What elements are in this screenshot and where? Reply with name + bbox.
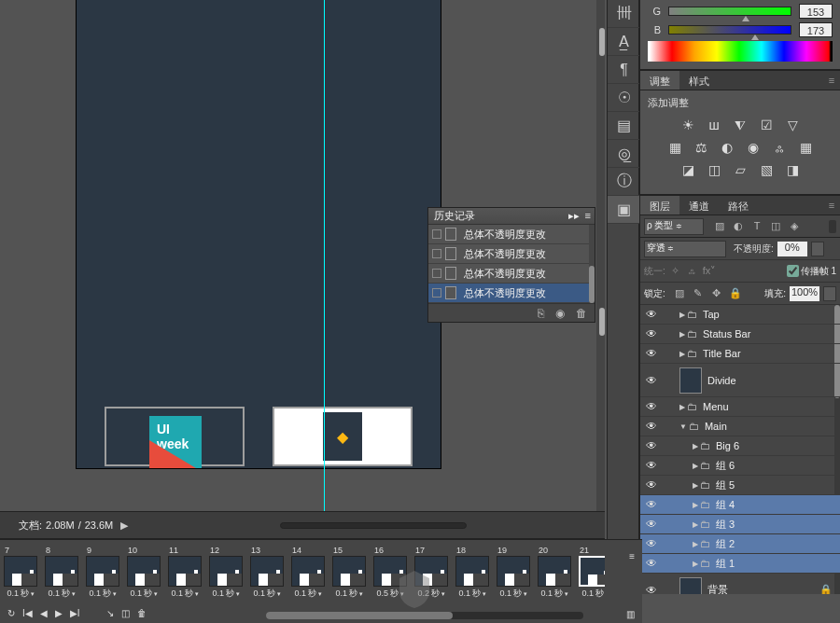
propagate-checkbox[interactable] xyxy=(787,265,799,277)
tween-icon[interactable]: ↘ xyxy=(106,608,114,618)
loop-icon[interactable]: ↻ xyxy=(7,608,15,618)
frame-cell[interactable]: 10 0.1 秒▾ xyxy=(125,547,162,600)
layer-row[interactable]: 👁 Divide xyxy=(640,364,840,397)
visibility-icon[interactable]: 👁 xyxy=(646,374,657,387)
disclosure-icon[interactable]: ▶ xyxy=(693,481,698,490)
frame-duration[interactable]: 0.1 秒▾ xyxy=(7,588,34,600)
visibility-icon[interactable]: 👁 xyxy=(646,420,657,433)
vtool-paragraph-icon[interactable]: ¶ xyxy=(608,56,640,84)
history-item[interactable]: 总体不透明度更改 xyxy=(428,284,595,303)
layer-row[interactable]: 👁 ▶ 🗀组 1 xyxy=(640,554,840,574)
blend-mode-select[interactable]: 穿透 ≑ xyxy=(644,241,726,257)
visibility-icon[interactable]: 👁 xyxy=(646,498,657,511)
vtool-notes-icon[interactable]: ▤ xyxy=(608,112,640,140)
timeline-menu-icon[interactable]: ≡ xyxy=(629,551,635,561)
visibility-icon[interactable]: 👁 xyxy=(646,400,657,413)
g-slider[interactable] xyxy=(668,7,791,16)
first-frame-icon[interactable]: I◀ xyxy=(22,608,33,618)
layer-row[interactable]: 👁 ▶ 🗀Big 6 xyxy=(640,436,840,456)
vtool-info-icon[interactable]: ⓘ xyxy=(608,168,640,196)
frame-cell[interactable]: 18 0.1 秒▾ xyxy=(454,547,491,600)
frame-duration[interactable]: 0.1 秒▾ xyxy=(294,588,321,600)
frame-duration[interactable]: 0.1 秒▾ xyxy=(335,588,362,600)
disclosure-icon[interactable]: ▶ xyxy=(679,350,685,358)
canvas[interactable]: UI week ◆ xyxy=(77,0,441,468)
unify-style-icon[interactable]: fx˅ xyxy=(703,265,716,277)
b-slider[interactable] xyxy=(668,25,791,35)
status-arrow-icon[interactable]: ▶ xyxy=(120,519,128,532)
tab-style[interactable]: 样式 xyxy=(679,71,719,90)
lock-trans-icon[interactable]: ▨ xyxy=(673,287,686,299)
frame-cell[interactable]: 13 0.1 秒▾ xyxy=(248,547,286,600)
visibility-icon[interactable]: 👁 xyxy=(646,347,657,360)
prev-frame-icon[interactable]: ◀ xyxy=(40,608,48,618)
visibility-icon[interactable]: 👁 xyxy=(646,459,657,472)
vtool-layers-icon[interactable]: ▣ xyxy=(608,196,640,224)
history-snapshot-icon[interactable]: ◉ xyxy=(555,307,565,320)
adj-photo-filter-icon[interactable]: ◉ xyxy=(745,140,762,155)
frame-cell[interactable]: 7 0.1 秒▾ xyxy=(2,547,39,600)
layer-row[interactable]: 👁 ▼ 🗀Main xyxy=(640,417,840,436)
adj-threshold-icon[interactable]: ▱ xyxy=(732,162,749,177)
new-frame-icon[interactable]: ◫ xyxy=(121,608,130,618)
history-item[interactable]: 总体不透明度更改 xyxy=(428,225,595,244)
visibility-icon[interactable]: 👁 xyxy=(646,478,657,491)
disclosure-icon[interactable]: ▶ xyxy=(693,501,698,509)
adj-vibrance-icon[interactable]: ▽ xyxy=(784,118,801,132)
play-icon[interactable]: ▶ xyxy=(55,608,63,618)
spectrum-strip[interactable] xyxy=(648,41,833,62)
disclosure-icon[interactable]: ▶ xyxy=(693,520,698,529)
filter-type-icon[interactable]: T xyxy=(750,220,763,232)
frame-duration[interactable]: 0.1 秒▾ xyxy=(171,588,198,600)
adj-gradient-map-icon[interactable]: ▧ xyxy=(758,162,775,177)
frame-duration[interactable]: 0.1 秒▾ xyxy=(253,588,280,600)
history-scrollbar[interactable] xyxy=(589,225,595,303)
frame-duration[interactable]: 0.1 秒▾ xyxy=(48,588,75,600)
disclosure-icon[interactable]: ▶ xyxy=(693,462,698,470)
guide-vertical[interactable] xyxy=(324,0,325,518)
frame-duration[interactable]: 0.1 秒▾ xyxy=(499,588,526,600)
layer-row[interactable]: 👁 背景🔒 xyxy=(640,574,840,594)
frame-cell[interactable]: 8 0.1 秒▾ xyxy=(43,547,80,600)
opacity-arrow-icon[interactable] xyxy=(811,242,824,256)
history-item[interactable]: 总体不透明度更改 xyxy=(428,244,595,264)
frame-cell[interactable]: 19 0.1 秒▾ xyxy=(495,547,532,600)
history-header[interactable]: 历史记录 ▸▸ ≡ xyxy=(428,208,595,225)
history-trash-icon[interactable]: 🗑 xyxy=(576,307,587,320)
disclosure-icon[interactable]: ▶ xyxy=(693,560,698,568)
adj-curves-icon[interactable]: ⧨ xyxy=(732,118,749,132)
frame-cell[interactable]: 14 0.1 秒▾ xyxy=(289,547,327,600)
status-slider[interactable] xyxy=(280,522,467,529)
adj-channel-mix-icon[interactable]: ஃ xyxy=(771,140,788,155)
history-collapse-icon[interactable]: ▸▸ xyxy=(568,210,580,222)
adj-posterize-icon[interactable]: ◫ xyxy=(706,162,722,177)
visibility-icon[interactable]: 👁 xyxy=(646,584,657,595)
layer-row[interactable]: 👁 ▶ 🗀Tap xyxy=(640,305,840,325)
artboard-uiweek[interactable]: UI week xyxy=(105,407,245,466)
next-frame-icon[interactable]: ▶I xyxy=(70,608,80,618)
g-value[interactable]: 153 xyxy=(799,4,833,19)
layer-filter-select[interactable]: ρ 类型 ≑ xyxy=(644,218,704,235)
vtool-ruler-icon[interactable]: 卌 xyxy=(608,0,640,28)
adj-selective-icon[interactable]: ◨ xyxy=(784,162,801,177)
layer-row[interactable]: 👁 ▶ 🗀组 5 xyxy=(640,476,840,495)
visibility-icon[interactable]: 👁 xyxy=(646,439,657,452)
adj-exposure-icon[interactable]: ☑ xyxy=(758,118,775,132)
disclosure-icon[interactable]: ▼ xyxy=(679,422,687,431)
frame-duration[interactable]: 0.1 秒▾ xyxy=(458,588,485,600)
vtool-type-icon[interactable]: A̲ xyxy=(608,28,640,56)
lock-pixel-icon[interactable]: ✎ xyxy=(692,287,705,299)
frame-cell[interactable]: 11 0.1 秒▾ xyxy=(166,547,203,600)
tab-layers[interactable]: 图层 xyxy=(640,196,679,215)
layer-row[interactable]: 👁 ▶ 🗀Menu xyxy=(640,397,840,417)
disclosure-icon[interactable]: ▶ xyxy=(679,311,685,319)
disclosure-icon[interactable]: ▶ xyxy=(693,540,698,548)
tab-adjust[interactable]: 调整 xyxy=(640,71,679,90)
adj-huesat-icon[interactable]: ▦ xyxy=(666,140,683,155)
adj-invert-icon[interactable]: ◪ xyxy=(679,162,696,177)
layer-row[interactable]: 👁 ▶ 🗀Title Bar xyxy=(640,344,840,364)
tab-paths[interactable]: 路径 xyxy=(719,196,758,215)
frame-cell[interactable]: 21 0.1 秒▾ xyxy=(577,547,605,600)
adj-levels-icon[interactable]: ш xyxy=(706,118,722,132)
layer-row[interactable]: 👁 ▶ 🗀组 6 xyxy=(640,456,840,476)
